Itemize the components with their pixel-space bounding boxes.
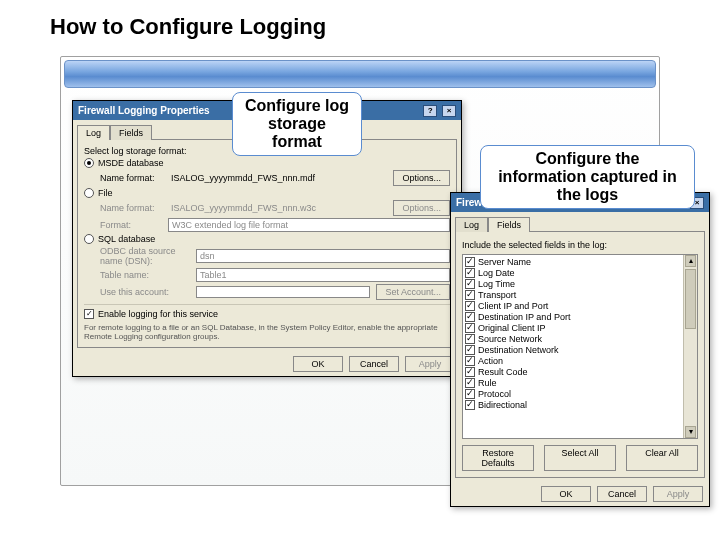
radio-file-row[interactable]: File	[84, 188, 450, 198]
scroll-thumb[interactable]	[685, 269, 696, 329]
name-format-label-1: Name format:	[100, 173, 162, 183]
clear-all-button[interactable]: Clear All	[626, 445, 698, 471]
field-row[interactable]: Destination Network	[465, 345, 695, 356]
field-label: Client IP and Port	[478, 301, 548, 311]
field-label: Server Name	[478, 257, 531, 267]
tab-fields[interactable]: Fields	[110, 125, 152, 140]
field-label: Transport	[478, 290, 516, 300]
options-button-1[interactable]: Options...	[393, 170, 450, 186]
close-icon[interactable]: ×	[442, 105, 456, 117]
field-checkbox[interactable]	[465, 323, 475, 333]
firewall-logging-dialog-fields: Firewall Logging Properties ? × Log Fiel…	[450, 192, 710, 507]
select-all-button[interactable]: Select All	[544, 445, 616, 471]
scroll-down-icon[interactable]: ▾	[685, 426, 696, 438]
field-checkbox[interactable]	[465, 367, 475, 377]
format-label: Format:	[100, 220, 162, 230]
field-label: Source Network	[478, 334, 542, 344]
ok-button[interactable]: OK	[293, 356, 343, 372]
table-label: Table name:	[100, 270, 190, 280]
radio-msde-row[interactable]: MSDE database	[84, 158, 450, 168]
field-row[interactable]: Bidirectional	[465, 400, 695, 411]
field-label: Result Code	[478, 367, 528, 377]
dialog2-tabs: Log Fields	[455, 216, 705, 231]
radio-msde[interactable]	[84, 158, 94, 168]
dialog2-panel: Include the selected fields in the log: …	[455, 231, 705, 478]
field-row[interactable]: Original Client IP	[465, 323, 695, 334]
radio-sql-row[interactable]: SQL database	[84, 234, 450, 244]
account-label: Use this account:	[100, 287, 190, 297]
field-label: Log Time	[478, 279, 515, 289]
tab-log-2[interactable]: Log	[455, 217, 488, 232]
field-row[interactable]: Action	[465, 356, 695, 367]
field-checkbox[interactable]	[465, 400, 475, 410]
dsn-input: dsn	[196, 249, 450, 263]
dialog1-title: Firewall Logging Properties	[78, 105, 210, 116]
table-input: Table1	[196, 268, 450, 282]
field-checkbox[interactable]	[465, 356, 475, 366]
field-row[interactable]: Source Network	[465, 334, 695, 345]
dialog1-window-controls: ? ×	[421, 104, 456, 117]
fields-list[interactable]: Server NameLog DateLog TimeTransportClie…	[462, 254, 698, 439]
field-row[interactable]: Client IP and Port	[465, 301, 695, 312]
field-checkbox[interactable]	[465, 257, 475, 267]
field-row[interactable]: Protocol	[465, 389, 695, 400]
restore-defaults-button[interactable]: Restore Defaults	[462, 445, 534, 471]
radio-sql-label: SQL database	[98, 234, 155, 244]
dsn-label: ODBC data source name (DSN):	[100, 246, 190, 266]
help-icon[interactable]: ?	[423, 105, 437, 117]
name-format-label-2: Name format:	[100, 203, 162, 213]
field-checkbox[interactable]	[465, 312, 475, 322]
field-checkbox[interactable]	[465, 334, 475, 344]
field-checkbox[interactable]	[465, 268, 475, 278]
set-account-button: Set Account...	[376, 284, 450, 300]
enable-logging-checkbox[interactable]: ✓	[84, 309, 94, 319]
field-label: Action	[478, 356, 503, 366]
enable-logging-row[interactable]: ✓ Enable logging for this service	[84, 309, 450, 319]
fields-note: Include the selected fields in the log:	[462, 240, 698, 250]
field-row[interactable]: Rule	[465, 378, 695, 389]
annotation-storage-format: Configure log storage format	[232, 92, 362, 156]
field-label: Rule	[478, 378, 497, 388]
field-label: Destination IP and Port	[478, 312, 570, 322]
tab-fields-2[interactable]: Fields	[488, 217, 530, 232]
ok-button-2[interactable]: OK	[541, 486, 591, 502]
dialog1-footer: OK Cancel Apply	[73, 352, 461, 376]
field-checkbox[interactable]	[465, 389, 475, 399]
apply-button-2: Apply	[653, 486, 703, 502]
field-checkbox[interactable]	[465, 279, 475, 289]
cancel-button-2[interactable]: Cancel	[597, 486, 647, 502]
field-label: Bidirectional	[478, 400, 527, 410]
field-checkbox[interactable]	[465, 378, 475, 388]
radio-file[interactable]	[84, 188, 94, 198]
field-label: Protocol	[478, 389, 511, 399]
radio-file-label: File	[98, 188, 113, 198]
field-label: Log Date	[478, 268, 515, 278]
annotation-fields-captured: Configure the information captured in th…	[480, 145, 695, 209]
enable-logging-label: Enable logging for this service	[98, 309, 218, 319]
field-row[interactable]: Log Date	[465, 268, 695, 279]
field-label: Original Client IP	[478, 323, 546, 333]
field-row[interactable]: Log Time	[465, 279, 695, 290]
format-select: W3C extended log file format	[168, 218, 450, 232]
field-checkbox[interactable]	[465, 290, 475, 300]
radio-msde-label: MSDE database	[98, 158, 164, 168]
page-title: How to Configure Logging	[50, 14, 326, 40]
field-label: Destination Network	[478, 345, 559, 355]
field-row[interactable]: Transport	[465, 290, 695, 301]
radio-sql[interactable]	[84, 234, 94, 244]
field-checkbox[interactable]	[465, 301, 475, 311]
fields-scrollbar[interactable]: ▴ ▾	[683, 255, 697, 438]
name-format-value-file: ISALOG_yyyymmdd_FWS_nnn.w3c	[168, 202, 387, 214]
field-row[interactable]: Server Name	[465, 257, 695, 268]
field-checkbox[interactable]	[465, 345, 475, 355]
dialog1-panel: Select log storage format: MSDE database…	[77, 139, 457, 348]
apply-button: Apply	[405, 356, 455, 372]
outer-frame-titlebar	[64, 60, 656, 88]
cancel-button[interactable]: Cancel	[349, 356, 399, 372]
field-row[interactable]: Destination IP and Port	[465, 312, 695, 323]
fields-buttons-row: Restore Defaults Select All Clear All	[462, 445, 698, 471]
tab-log[interactable]: Log	[77, 125, 110, 140]
dialog2-footer: OK Cancel Apply	[451, 482, 709, 506]
scroll-up-icon[interactable]: ▴	[685, 255, 696, 267]
field-row[interactable]: Result Code	[465, 367, 695, 378]
